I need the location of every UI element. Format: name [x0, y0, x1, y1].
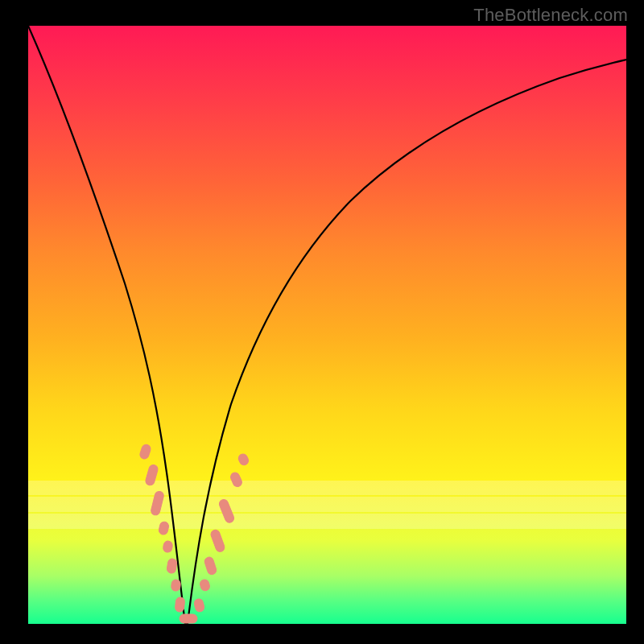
- marker-dot: [163, 540, 173, 553]
- marker-dot: [229, 471, 243, 488]
- plot-area: [28, 26, 626, 624]
- marker-dot: [138, 444, 151, 460]
- marker-dot: [167, 558, 178, 573]
- marker-dot: [175, 597, 185, 613]
- curve-layer: [28, 26, 626, 624]
- marker-dot: [193, 598, 205, 613]
- marker-dot: [199, 579, 210, 592]
- bottleneck-curve: [28, 26, 626, 624]
- marker-dot: [158, 521, 169, 535]
- marker-dot: [171, 579, 181, 591]
- attribution-text: TheBottleneck.com: [473, 5, 628, 26]
- marker-dot: [151, 490, 165, 516]
- marker-dot: [204, 556, 217, 576]
- marker-dot: [218, 498, 235, 524]
- marker-dot: [210, 529, 226, 553]
- marker-dot: [237, 452, 250, 466]
- marker-dot: [145, 464, 159, 486]
- marker-group: [138, 444, 250, 623]
- marker-dot: [180, 614, 197, 623]
- chart-frame: TheBottleneck.com: [0, 0, 644, 644]
